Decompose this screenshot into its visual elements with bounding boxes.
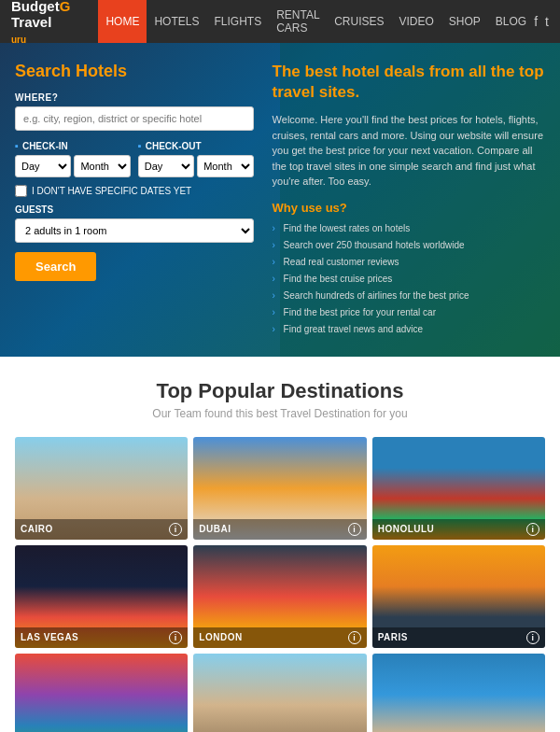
checkin-day-select[interactable]: Day (15, 155, 71, 177)
cairo-label: CAIRO i (15, 519, 188, 540)
checkin-label: ▪ CHECK-IN (15, 140, 131, 151)
section-subtitle: Our Team found this best Travel Destinat… (15, 407, 545, 420)
why-item-4: Find the best cruise prices (273, 271, 545, 288)
nav-shop[interactable]: SHOP (441, 0, 488, 43)
destination-rome[interactable]: ROME i (193, 654, 366, 732)
tenerife-image (372, 654, 545, 732)
checkout-day-select[interactable]: Day (138, 155, 194, 177)
guests-select[interactable]: 2 adults in 1 room (15, 218, 254, 243)
checkout-group: ▪ CHECK-OUT Day Month (138, 140, 254, 177)
main-nav: HOME HOTELS FLIGHTS RENTAL CARS CRUISES … (98, 0, 534, 43)
destination-tenerife[interactable]: TENERIFE i (372, 654, 545, 732)
date-row: ▪ CHECK-IN Day Month ▪ CHECK-OUT (15, 140, 254, 177)
paris-label: PARIS i (372, 627, 545, 648)
destination-london[interactable]: LONDON i (193, 545, 366, 648)
london-label: LONDON i (193, 627, 366, 648)
checkin-group: ▪ CHECK-IN Day Month (15, 140, 131, 177)
riodejaneiro-image (15, 654, 188, 732)
social-links: f t (534, 14, 549, 29)
hero-info: The best hotel deals from all the top tr… (254, 62, 545, 338)
why-item-5: Search hundreds of airlines for the best… (273, 288, 545, 304)
logo-text: BudgetG Travel uru (11, 0, 81, 46)
hero-section: Search Hotels WHERE? ▪ CHECK-IN Day Mont… (0, 43, 560, 357)
dubai-info-icon[interactable]: i (348, 523, 361, 536)
logo: BudgetG Travel uru (11, 0, 81, 46)
honolulu-label: HONOLULU i (372, 519, 545, 540)
header: BudgetG Travel uru HOME HOTELS FLIGHTS R… (0, 0, 560, 43)
destinations-grid: CAIRO i DUBAI i HONOLULU i LAS VEGAS i (15, 437, 545, 732)
lasvegas-info-icon[interactable]: i (169, 631, 182, 644)
nav-blog[interactable]: BLOG (488, 0, 534, 43)
honolulu-info-icon[interactable]: i (526, 523, 539, 536)
search-title: Search Hotels (15, 62, 254, 81)
why-item-7: Find great travel news and advice (273, 321, 545, 338)
guests-label: GUESTS (15, 204, 254, 215)
no-dates-row: I DON'T HAVE SPECIFIC DATES YET (15, 185, 254, 197)
calendar-icon-2: ▪ (138, 140, 142, 151)
destination-cairo[interactable]: CAIRO i (15, 437, 188, 540)
destination-lasvegas[interactable]: LAS VEGAS i (15, 545, 188, 648)
nav-cruises[interactable]: CRUISES (327, 0, 391, 43)
why-item-6: Find the best price for your rental car (273, 304, 545, 321)
search-panel: Search Hotels WHERE? ▪ CHECK-IN Day Mont… (15, 62, 254, 338)
checkout-selects: Day Month (138, 155, 254, 177)
destination-honolulu[interactable]: HONOLULU i (372, 437, 545, 540)
checkout-month-select[interactable]: Month (197, 155, 253, 177)
why-item-1: Find the lowest rates on hotels (273, 220, 545, 237)
nav-hotels[interactable]: HOTELS (147, 0, 206, 43)
checkin-month-select[interactable]: Month (74, 155, 130, 177)
london-info-icon[interactable]: i (348, 631, 361, 644)
nav-rental-cars[interactable]: RENTAL CARS (269, 0, 327, 43)
no-dates-label: I DON'T HAVE SPECIFIC DATES YET (32, 186, 191, 196)
search-button[interactable]: Search (15, 252, 96, 281)
where-label: WHERE? (15, 92, 254, 103)
destination-riodejaneiro[interactable]: RIO DE JANEIRO i (15, 654, 188, 732)
dubai-label: DUBAI i (193, 519, 366, 540)
nav-home[interactable]: HOME (98, 0, 147, 43)
hero-description: Welcome. Here you'll find the best price… (273, 112, 545, 190)
facebook-icon[interactable]: f (534, 14, 538, 29)
rome-image (193, 654, 366, 732)
calendar-icon: ▪ (15, 140, 19, 151)
lasvegas-label: LAS VEGAS i (15, 627, 188, 648)
checkin-selects: Day Month (15, 155, 131, 177)
nav-video[interactable]: VIDEO (392, 0, 441, 43)
destination-dubai[interactable]: DUBAI i (193, 437, 366, 540)
why-item-3: Read real customer reviews (273, 254, 545, 271)
section-title: Top Popular Destinations (15, 379, 545, 403)
hero-tagline: The best hotel deals from all the top tr… (273, 62, 545, 103)
twitter-icon[interactable]: t (545, 14, 549, 29)
checkout-label: ▪ CHECK-OUT (138, 140, 254, 151)
why-title: Why use us? (273, 201, 545, 215)
cairo-info-icon[interactable]: i (169, 523, 182, 536)
why-item-2: Search over 250 thousand hotels worldwid… (273, 237, 545, 254)
paris-info-icon[interactable]: i (526, 631, 539, 644)
popular-section: Top Popular Destinations Our Team found … (0, 357, 560, 732)
nav-flights[interactable]: FLIGHTS (206, 0, 269, 43)
why-list: Find the lowest rates on hotels Search o… (273, 220, 545, 338)
destination-paris[interactable]: PARIS i (372, 545, 545, 648)
no-dates-checkbox[interactable] (15, 185, 27, 197)
hotel-search-input[interactable] (15, 106, 254, 131)
